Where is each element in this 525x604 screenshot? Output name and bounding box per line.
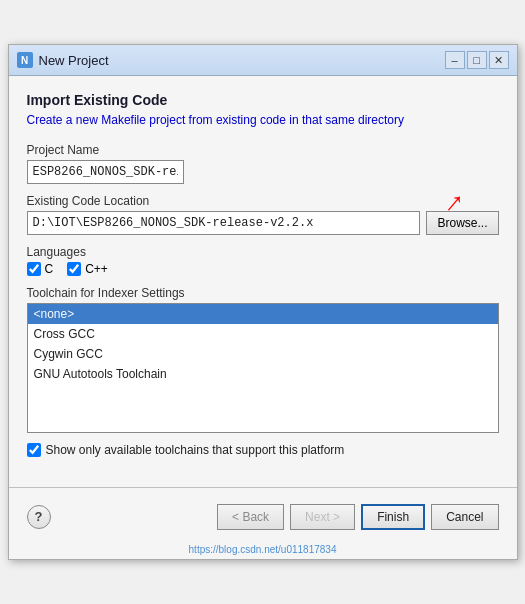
window-title: New Project <box>39 53 109 68</box>
toolchain-section: Toolchain for Indexer Settings <none> Cr… <box>27 286 499 433</box>
titlebar: N New Project – □ ✕ <box>9 45 517 76</box>
toolchain-item-cross-gcc[interactable]: Cross GCC <box>28 324 498 344</box>
c-label: C <box>45 262 54 276</box>
languages-row: C C++ <box>27 262 499 276</box>
toolchain-list[interactable]: <none> Cross GCC Cygwin GCC GNU Autotool… <box>27 303 499 433</box>
code-location-group: Existing Code Location Browse... ↑ <box>27 194 499 235</box>
cpp-checkbox-input[interactable] <box>67 262 81 276</box>
c-language-checkbox[interactable]: C <box>27 262 54 276</box>
titlebar-left: N New Project <box>17 52 109 68</box>
watermark: https://blog.csdn.net/u011817834 <box>9 542 517 559</box>
code-location-input[interactable] <box>27 211 421 235</box>
close-button[interactable]: ✕ <box>489 51 509 69</box>
code-location-row: Browse... <box>27 211 499 235</box>
show-only-row: Show only available toolchains that supp… <box>27 443 499 457</box>
project-name-input[interactable] <box>27 160 184 184</box>
toolchain-item-cygwin-gcc[interactable]: Cygwin GCC <box>28 344 498 364</box>
content-area: Import Existing Code Create a new Makefi… <box>9 76 517 479</box>
show-only-label: Show only available toolchains that supp… <box>46 443 345 457</box>
project-name-group: Project Name <box>27 143 499 184</box>
footer-divider <box>9 487 517 488</box>
minimize-button[interactable]: – <box>445 51 465 69</box>
browse-button[interactable]: Browse... <box>426 211 498 235</box>
code-location-label: Existing Code Location <box>27 194 499 208</box>
toolchain-item-gnu-autotools[interactable]: GNU Autotools Toolchain <box>28 364 498 384</box>
c-checkbox-input[interactable] <box>27 262 41 276</box>
cpp-language-checkbox[interactable]: C++ <box>67 262 108 276</box>
toolchain-item-none[interactable]: <none> <box>28 304 498 324</box>
languages-group: Languages C C++ <box>27 245 499 276</box>
maximize-button[interactable]: □ <box>467 51 487 69</box>
show-only-checkbox[interactable] <box>27 443 41 457</box>
section-description: Create a new Makefile project from exist… <box>27 112 499 129</box>
next-button[interactable]: Next > <box>290 504 355 530</box>
back-button[interactable]: < Back <box>217 504 284 530</box>
section-title: Import Existing Code <box>27 92 499 108</box>
window-icon: N <box>17 52 33 68</box>
help-button[interactable]: ? <box>27 505 51 529</box>
footer-right: < Back Next > Finish Cancel <box>217 504 498 530</box>
footer-left: ? <box>27 505 51 529</box>
footer: ? < Back Next > Finish Cancel <box>9 496 517 542</box>
project-name-label: Project Name <box>27 143 499 157</box>
main-window: N New Project – □ ✕ Import Existing Code… <box>8 44 518 560</box>
toolchain-label: Toolchain for Indexer Settings <box>27 286 499 300</box>
cpp-label: C++ <box>85 262 108 276</box>
titlebar-controls: – □ ✕ <box>445 51 509 69</box>
cancel-button[interactable]: Cancel <box>431 504 498 530</box>
languages-label: Languages <box>27 245 499 259</box>
finish-button[interactable]: Finish <box>361 504 425 530</box>
